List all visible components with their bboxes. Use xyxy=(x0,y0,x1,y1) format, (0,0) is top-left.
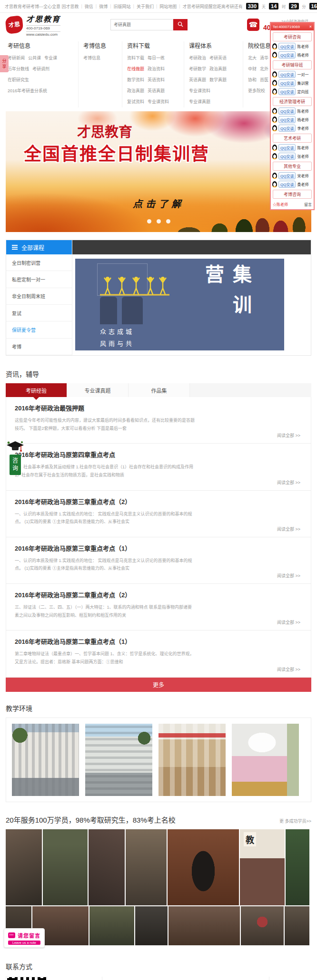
carousel-dot[interactable] xyxy=(147,219,151,223)
nav-column-title[interactable]: 资料下载 xyxy=(127,41,179,49)
qq-chat-button[interactable]: QQ交谈 xyxy=(278,107,296,115)
article-title[interactable]: 2016年考研政治马原第三章重点考点（1） xyxy=(15,543,302,553)
nav-link[interactable]: 专业课真题 xyxy=(189,98,210,105)
course-menu-item[interactable]: 非全日制周末班 xyxy=(6,288,72,305)
hero-banner[interactable]: 才思教育 全国首推全日制集训营 点击了解 xyxy=(6,111,311,232)
consult-tab[interactable]: 咨询 xyxy=(5,440,26,475)
topbar-link-sitemap[interactable]: 网站地图 xyxy=(159,3,177,10)
more-students-link[interactable]: 更 多成功学员>> xyxy=(279,818,311,824)
nav-link[interactable]: 英语真题 xyxy=(148,87,165,94)
qq-contact-name: 一对一 xyxy=(297,72,308,77)
topbar-link-about[interactable]: 关于我们 xyxy=(137,3,154,10)
qq-chat-button[interactable]: QQ交谈 xyxy=(278,125,296,132)
course-menu-item[interactable]: 复试 xyxy=(6,305,72,321)
search-input[interactable] xyxy=(110,19,173,30)
topbar-link-old-site[interactable]: 旧版网站 xyxy=(114,3,131,10)
nav-link[interactable]: 2016年考研查分系统 xyxy=(8,87,47,94)
nav-link[interactable]: 复试资料 xyxy=(127,98,144,105)
nav-link[interactable]: 英语真题 xyxy=(189,77,206,83)
read-more-link[interactable]: 阅读全部 >> xyxy=(15,666,302,675)
nav-link[interactable]: 考研调剂 xyxy=(32,66,50,72)
nav-link[interactable]: 数学真题 xyxy=(209,77,227,83)
read-more-link[interactable]: 阅读全部 >> xyxy=(15,619,302,628)
qq-contact-row: QQ交谈宋老师 xyxy=(272,172,312,179)
nav-link[interactable]: 考研政治 xyxy=(189,55,206,61)
close-icon[interactable]: × xyxy=(309,24,312,29)
article-title[interactable]: 2016年考研政治马原第三章重点考点（2） xyxy=(15,497,302,506)
article-title[interactable]: 2016年考研政治马原第二章重点考点（2） xyxy=(15,590,302,599)
nav-link[interactable]: 政治资料 xyxy=(148,66,165,72)
divider: | xyxy=(156,4,157,9)
nav-link[interactable]: 公共课 xyxy=(28,55,41,61)
read-more-link[interactable]: 阅读全部 >> xyxy=(15,432,302,441)
nav-link[interactable]: 在线做题 xyxy=(127,66,144,72)
countdown-minutes: 29 xyxy=(289,3,298,10)
qq-chat-button[interactable]: QQ交谈 xyxy=(278,79,296,87)
news-tab[interactable]: 考研经验 xyxy=(6,383,67,397)
nav-link[interactable]: 考博信息 xyxy=(83,55,100,61)
qq-chat-button[interactable]: QQ交谈 xyxy=(278,71,296,78)
article-title[interactable]: 2016年考研政治马原第二章重点考点（1） xyxy=(15,637,302,646)
course-menu-header[interactable]: 全部课程 xyxy=(6,240,72,254)
banner-cta[interactable]: 点击了解 xyxy=(6,196,311,210)
share-tab[interactable]: 分享 xyxy=(0,55,9,72)
nav-link[interactable]: 考研数学 xyxy=(189,66,206,72)
nav-link[interactable]: 清华 xyxy=(260,55,268,61)
course-menu-item[interactable]: 考博 xyxy=(6,339,72,355)
campus-photo-building xyxy=(12,724,79,796)
nav-link[interactable]: 考研新闻 xyxy=(8,55,25,61)
nav-column-title[interactable]: 考博信息 xyxy=(83,41,117,49)
logo[interactable]: 才思 才思教育 400-0719-069 www.caisiedu.com xyxy=(6,13,60,37)
qq-chat-button[interactable]: QQ交谈 xyxy=(278,144,296,151)
more-button[interactable]: 更多 xyxy=(6,678,311,692)
article-title[interactable]: 2016年考研政治最强押题 xyxy=(15,403,302,412)
search-bar xyxy=(110,19,188,30)
nav-column-title[interactable]: 课程体系 xyxy=(189,41,238,49)
nav-link[interactable]: 资料下载 xyxy=(127,55,144,61)
topbar-link-wechat[interactable]: 微信 xyxy=(85,3,93,10)
nav-link[interactable]: 在职研究生 xyxy=(8,77,29,83)
nav-link[interactable]: 北大 xyxy=(248,55,257,61)
qq-chat-button[interactable]: QQ交谈 xyxy=(278,172,296,179)
qq-chat-button[interactable]: QQ交谈 xyxy=(278,181,296,188)
news-tab[interactable]: 专业课真题 xyxy=(67,383,129,397)
nav-link[interactable]: 专业课资料 xyxy=(148,98,169,105)
nav-link[interactable]: 英语资料 xyxy=(148,77,165,83)
read-more-link[interactable]: 阅读全部 >> xyxy=(15,572,302,581)
leave-message-link[interactable]: 留言 xyxy=(304,202,312,207)
nav-link[interactable]: 更多院校 xyxy=(248,87,265,94)
nav-link[interactable]: 专业课 xyxy=(44,55,57,61)
qq-chat-button[interactable]: QQ交谈 xyxy=(278,153,296,160)
nav-link[interactable]: 考研英语 xyxy=(209,55,227,61)
nav-link[interactable]: 数学资料 xyxy=(127,77,144,83)
nav-link[interactable]: 每日一练 xyxy=(148,55,165,61)
course-menu-item[interactable]: 全日制密训营 xyxy=(6,254,72,271)
course-menu-item[interactable]: 保研夏令营 xyxy=(6,321,72,338)
qq-chat-button[interactable]: QQ交谈 xyxy=(278,51,296,58)
featured-teacher[interactable]: ☆陈老师 xyxy=(273,202,288,207)
article-title[interactable]: 2016年考研政治马原第四章重点考点 xyxy=(15,450,302,459)
leave-note-badge[interactable]: 请您留言 Leave us a note xyxy=(4,928,45,948)
carousel-dot[interactable] xyxy=(166,219,170,223)
carousel-dot[interactable] xyxy=(157,219,161,223)
news-tab[interactable]: 作品集 xyxy=(129,383,190,397)
topbar-link-weibo[interactable]: 微博 xyxy=(99,3,108,10)
nav-link[interactable]: 首医 xyxy=(260,77,268,83)
qq-chat-button[interactable]: QQ交谈 xyxy=(278,116,296,123)
nav-link[interactable]: 政治真题 xyxy=(127,87,144,94)
search-button[interactable] xyxy=(173,19,188,30)
nav-column-downloads: 资料下载 资料下载每日一练在线做题政治资料数学资料英语资料政治真题英语真题复试资… xyxy=(122,41,184,107)
course-promo-panel[interactable]: 众志成城 风雨与共 集训营 xyxy=(75,259,284,350)
nav-link[interactable]: 中财 xyxy=(248,66,257,72)
nav-link[interactable]: 历年分数线 xyxy=(8,66,29,72)
qq-chat-button[interactable]: QQ交谈 xyxy=(278,88,296,95)
nav-link[interactable]: 北外 xyxy=(260,66,268,72)
read-more-link[interactable]: 阅读全部 >> xyxy=(15,526,302,534)
course-menu-item[interactable]: 私密定制一对一 xyxy=(6,271,72,288)
nav-link[interactable]: 政治真题 xyxy=(209,66,227,72)
qq-chat-button[interactable]: QQ交谈 xyxy=(278,43,296,50)
nav-link[interactable]: 协和 xyxy=(248,77,257,83)
nav-link[interactable]: 专业课资料 xyxy=(189,87,210,94)
read-more-link[interactable]: 阅读全部 >> xyxy=(15,479,302,488)
nav-column-title[interactable]: 考研信息 xyxy=(8,41,73,49)
